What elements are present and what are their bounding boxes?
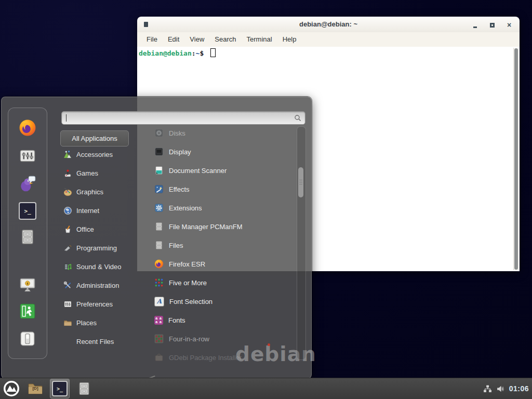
terminal-menubar: File Edit View Search Terminal Help [137, 32, 520, 47]
terminal-icon: >_ [52, 381, 68, 396]
terminal-scrollbar-thumb[interactable] [514, 48, 518, 270]
app-gdebi-package-installer[interactable]: GDebi Package Installer [137, 348, 298, 367]
app-file-manager-pcmanfm[interactable]: File Manager PCManFM [137, 217, 298, 236]
desktop-folder-button[interactable]: [D] [26, 379, 45, 398]
category-label: Preferences [76, 300, 113, 308]
app-font-selection[interactable]: A Font Selection [137, 292, 298, 311]
minimize-icon [473, 26, 477, 28]
taskbar-clock[interactable]: 01:06 [509, 384, 529, 393]
category-label: Graphics [76, 188, 103, 196]
category-label: Internet [76, 207, 99, 215]
network-icon[interactable] [483, 384, 492, 393]
terminal-icon: >_ [19, 202, 36, 220]
menu-help[interactable]: Help [277, 32, 302, 47]
category-graphics[interactable]: Graphics [60, 182, 136, 201]
category-office[interactable]: Office [60, 220, 136, 238]
terminal-scrollbar[interactable] [513, 48, 519, 270]
app-fonts[interactable]: a a a a Fonts [137, 311, 298, 329]
search-caret [66, 114, 66, 122]
search-icon [294, 114, 302, 122]
category-label: Accessories [76, 151, 113, 158]
taskbar-files-button[interactable] [75, 379, 94, 398]
close-icon: × [507, 21, 511, 29]
app-label: GDebi Package Installer [169, 354, 242, 362]
app-five-or-more[interactable]: Five or More [137, 273, 298, 292]
places-folder-icon [63, 318, 72, 327]
menu-launcher-button[interactable] [2, 379, 21, 398]
category-label: Places [76, 319, 97, 327]
app-list-scrollbar[interactable] [297, 126, 306, 360]
favorite-pidgin-button[interactable] [17, 174, 38, 194]
category-preferences[interactable]: Preferences [60, 295, 136, 313]
maximize-button[interactable] [488, 21, 496, 29]
favorite-files-button[interactable] [17, 227, 38, 247]
category-label: All Applications [72, 135, 117, 142]
firefox-icon [154, 259, 164, 269]
category-all-applications[interactable]: All Applications [60, 130, 129, 147]
app-label: Five or More [169, 279, 207, 287]
category-internet[interactable]: Internet [60, 201, 136, 220]
category-recent-files[interactable]: Recent Files [60, 332, 136, 351]
app-effects[interactable]: Effects [137, 180, 298, 198]
menu-file[interactable]: File [141, 32, 163, 47]
terminal-cursor [210, 48, 216, 57]
close-button[interactable]: × [505, 21, 513, 29]
app-list-scrollbar-thumb[interactable] [298, 167, 303, 197]
app-files[interactable]: Files [137, 236, 298, 255]
application-menu: debian >_ All [1, 97, 312, 379]
four-in-a-row-icon [154, 334, 164, 343]
volume-icon[interactable] [496, 384, 505, 393]
category-administration[interactable]: Administration [60, 276, 136, 295]
application-list: Disks Display Document Scanner Effects E… [137, 124, 298, 367]
app-document-scanner[interactable]: Document Scanner [137, 161, 298, 180]
favorites-panel: >_ [8, 108, 47, 359]
firefox-icon [19, 119, 36, 137]
app-firefox-esr[interactable]: Firefox ESR [137, 255, 298, 273]
favorite-terminal-button[interactable]: >_ [17, 201, 38, 221]
category-games[interactable]: Games [60, 164, 136, 182]
file-cabinet-icon [19, 229, 36, 245]
category-label: Games [76, 169, 98, 177]
menu-logo-icon [3, 380, 20, 397]
log-out-button[interactable] [17, 301, 38, 322]
category-label: Sound & Video [76, 263, 122, 271]
menu-view[interactable]: View [184, 32, 209, 47]
category-label: Recent Files [76, 338, 114, 345]
category-programming[interactable]: Programming [60, 238, 136, 257]
folder-label: [D] [26, 386, 45, 391]
five-or-more-icon [154, 278, 164, 287]
app-label: Font Selection [169, 298, 212, 305]
fonts-icon-glyph: a a [155, 316, 162, 320]
category-accessories[interactable]: Accessories [60, 145, 136, 164]
app-disks[interactable]: Disks [137, 124, 298, 142]
category-label: Programming [76, 244, 117, 252]
favorite-settings-button[interactable] [17, 145, 38, 166]
category-places[interactable]: Places [60, 313, 136, 332]
preferences-icon [63, 300, 72, 309]
favorite-firefox-button[interactable] [17, 117, 38, 138]
prompt-separator: : [192, 49, 196, 57]
power-switch-icon [19, 330, 36, 348]
app-label: Disks [169, 129, 185, 137]
disks-icon [154, 128, 164, 138]
taskbar-left: [D] >_ [2, 378, 94, 399]
minimize-button[interactable] [471, 21, 479, 29]
shutdown-button[interactable] [17, 328, 38, 349]
fonts-icon: a a a a [154, 316, 163, 325]
file-cabinet-icon [154, 222, 164, 231]
lock-screen-button[interactable] [17, 274, 38, 295]
category-label: Office [76, 225, 94, 233]
menu-edit[interactable]: Edit [163, 32, 184, 47]
category-sound-video[interactable]: Sound & Video [60, 257, 136, 276]
taskbar-terminal-button[interactable]: >_ [50, 379, 70, 398]
app-display[interactable]: Display [137, 142, 298, 161]
app-extensions[interactable]: Extensions [137, 198, 298, 217]
menu-search-input[interactable] [66, 113, 291, 123]
taskbar: [D] >_ 01:06 [0, 378, 532, 399]
menu-search[interactable]: Search [209, 32, 241, 47]
terminal-titlebar[interactable]: debian@debian: ~ × [137, 17, 520, 33]
accessories-icon [63, 150, 72, 159]
sound-video-icon [63, 262, 72, 271]
app-four-in-a-row[interactable]: Four-in-a-row [137, 329, 298, 348]
menu-terminal[interactable]: Terminal [242, 32, 277, 47]
